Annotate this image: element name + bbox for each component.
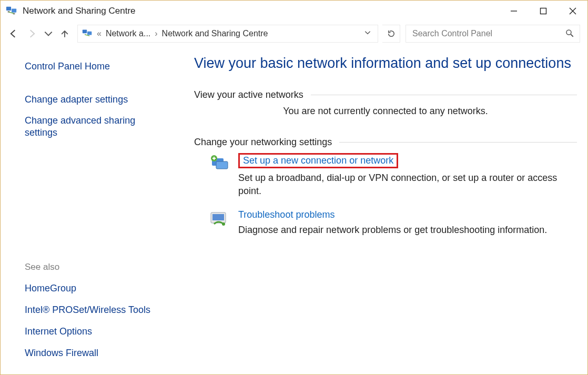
up-button[interactable] bbox=[56, 25, 73, 42]
window-title: Network and Sharing Centre bbox=[23, 6, 499, 16]
see-also-windows-firewall[interactable]: Windows Firewall bbox=[25, 348, 178, 359]
breadcrumb-overflow[interactable]: « bbox=[97, 29, 102, 38]
see-also-heading: See also bbox=[25, 183, 178, 272]
close-button[interactable] bbox=[558, 1, 587, 22]
sidebar-change-adapter[interactable]: Change adapter settings bbox=[25, 94, 167, 106]
change-settings-section: Change your networking settings bbox=[194, 137, 577, 148]
sidebar: Control Panel Home Change adapter settin… bbox=[1, 46, 184, 374]
setup-connection-desc: Set up a broadband, dial-up or VPN conne… bbox=[238, 171, 572, 198]
main-title: View your basic network information and … bbox=[194, 55, 577, 72]
active-networks-heading: View your active networks bbox=[194, 89, 303, 100]
main-panel: View your basic network information and … bbox=[184, 46, 587, 374]
setup-connection-icon bbox=[209, 153, 230, 174]
breadcrumb-item-1[interactable]: Network a... bbox=[106, 29, 150, 38]
breadcrumb-icon bbox=[82, 28, 93, 39]
see-also-homegroup[interactable]: HomeGroup bbox=[25, 283, 178, 294]
divider bbox=[311, 95, 577, 95]
option-troubleshoot: Troubleshoot problems Diagnose and repai… bbox=[209, 209, 577, 237]
title-bar: Network and Sharing Centre bbox=[1, 1, 587, 22]
refresh-button[interactable] bbox=[382, 25, 400, 43]
svg-rect-6 bbox=[541, 8, 546, 14]
setup-connection-link[interactable]: Set up a new connection or network bbox=[238, 153, 398, 168]
svg-rect-9 bbox=[83, 30, 87, 34]
troubleshoot-link[interactable]: Troubleshoot problems bbox=[238, 209, 334, 220]
search-input[interactable] bbox=[411, 28, 565, 39]
see-also-internet-options[interactable]: Internet Options bbox=[25, 326, 178, 337]
active-networks-section: View your active networks bbox=[194, 89, 577, 100]
search-box[interactable] bbox=[405, 25, 580, 43]
troubleshoot-desc: Diagnose and repair network problems or … bbox=[238, 224, 572, 237]
divider bbox=[339, 142, 577, 143]
svg-point-12 bbox=[566, 30, 571, 35]
app-icon bbox=[6, 5, 17, 17]
back-button[interactable] bbox=[5, 25, 22, 42]
network-status-text: You are not currently connected to any n… bbox=[194, 106, 577, 117]
option-setup-connection: Set up a new connection or network Set u… bbox=[209, 153, 577, 198]
svg-rect-0 bbox=[6, 7, 11, 11]
svg-rect-15 bbox=[216, 161, 228, 169]
recent-dropdown-button[interactable] bbox=[43, 25, 54, 42]
svg-line-13 bbox=[571, 34, 573, 37]
sidebar-control-panel-home[interactable]: Control Panel Home bbox=[25, 60, 167, 73]
search-icon[interactable] bbox=[565, 28, 574, 39]
breadcrumb-item-2[interactable]: Network and Sharing Centre bbox=[162, 29, 268, 38]
change-settings-heading: Change your networking settings bbox=[194, 137, 332, 148]
svg-rect-18 bbox=[212, 214, 224, 220]
maximize-button[interactable] bbox=[529, 1, 558, 22]
see-also-intel-proset[interactable]: Intel® PROSet/Wireless Tools bbox=[25, 305, 178, 316]
svg-point-19 bbox=[222, 222, 225, 226]
breadcrumb-dropdown-button[interactable] bbox=[362, 29, 373, 38]
window-controls bbox=[499, 1, 587, 22]
sidebar-change-advanced[interactable]: Change advanced sharing settings bbox=[25, 115, 167, 138]
chevron-right-icon: › bbox=[155, 29, 157, 38]
minimize-button[interactable] bbox=[499, 1, 529, 22]
navigation-bar: « Network a... › Network and Sharing Cen… bbox=[1, 22, 587, 46]
svg-rect-1 bbox=[12, 8, 16, 12]
troubleshoot-icon bbox=[209, 209, 230, 230]
body-area: Control Panel Home Change adapter settin… bbox=[1, 46, 587, 374]
breadcrumb-bar[interactable]: « Network a... › Network and Sharing Cen… bbox=[77, 25, 378, 43]
svg-rect-10 bbox=[87, 32, 92, 35]
forward-button[interactable] bbox=[24, 25, 40, 42]
